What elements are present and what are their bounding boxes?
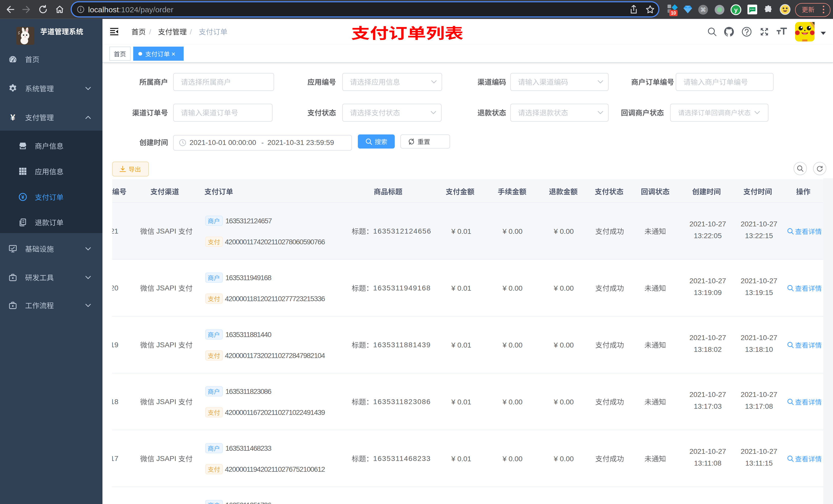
svg-text:¥: ¥ (21, 194, 24, 200)
svg-text:⌘: ⌘ (700, 7, 706, 13)
svg-text:¥: ¥ (10, 113, 15, 122)
svg-text:y: y (734, 6, 738, 13)
